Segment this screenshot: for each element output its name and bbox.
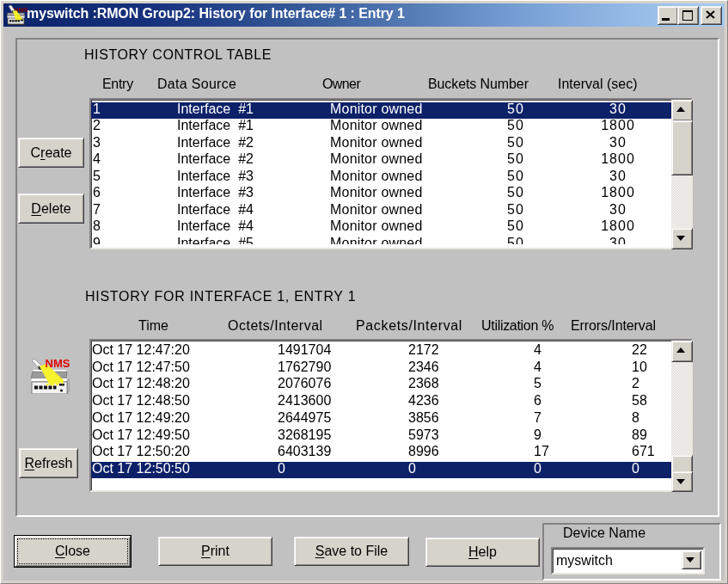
svg-text:NMS: NMS (46, 357, 70, 370)
